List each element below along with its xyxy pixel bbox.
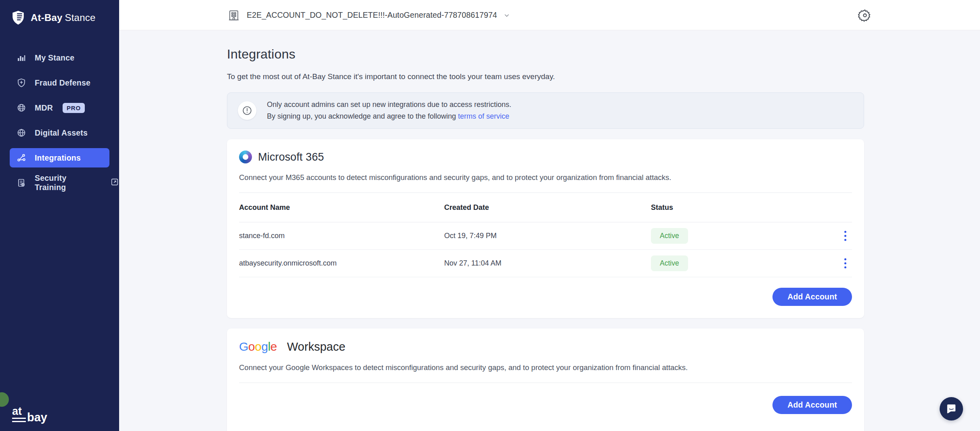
status-cell: Active [651, 255, 838, 271]
atbay-footer-logo: at bay [12, 406, 47, 422]
page-title: Integrations [227, 47, 864, 62]
google-logo-letter: G [239, 340, 248, 354]
google-logo-letter: e [271, 340, 277, 354]
col-header-account-name: Account Name [239, 203, 444, 212]
sidebar-item-label: Fraud Defense [35, 78, 90, 88]
footer-logo-at: at [12, 406, 26, 419]
table-row: stance-fd.comOct 19, 7:49 PMActive [239, 222, 852, 250]
sidebar-item-label: MDR [35, 103, 53, 113]
status-cell: Active [651, 228, 838, 244]
microsoft-card-title: Microsoft 365 [258, 151, 324, 163]
microsoft-365-card: Microsoft 365 Connect your M365 accounts… [227, 139, 864, 318]
info-icon [238, 101, 256, 120]
chat-launcher-button[interactable] [940, 397, 963, 421]
google-workspace-card: Google Workspace Connect your Google Wor… [227, 328, 864, 431]
top-header: E2E_ACCOUNT_DO_NOT_DELETE!!!-AutoGenerat… [119, 0, 980, 30]
divider [239, 383, 852, 383]
sidebar-item-label: Integrations [35, 153, 81, 163]
m365-add-account-button[interactable]: Add Account [772, 288, 852, 306]
banner-line2: By signing up, you acknowledge and agree… [267, 111, 511, 122]
sidebar-item-label: Security Training [35, 174, 97, 192]
sidebar-item-security-training[interactable]: Security Training [0, 170, 119, 195]
google-add-account-button[interactable]: Add Account [772, 396, 852, 414]
sidebar-item-label: Digital Assets [35, 128, 88, 138]
sidebar-item-mdr[interactable]: MDR PRO [0, 95, 119, 120]
sidebar: At-BayStance My Stance Fraud Defense [0, 0, 119, 431]
row-kebab-menu-icon[interactable] [838, 255, 852, 272]
chevron-down-icon [504, 12, 510, 19]
microsoft-365-logo-icon [239, 151, 252, 163]
col-header-status: Status [651, 203, 852, 212]
sidebar-item-my-stance[interactable]: My Stance [0, 45, 119, 70]
account-name-cell: stance-fd.com [239, 232, 444, 240]
chat-bubble-icon [945, 403, 957, 415]
brand-name-light: Stance [65, 12, 96, 23]
created-date-cell: Oct 19, 7:49 PM [444, 232, 651, 240]
table-row: atbaysecurity.onmicrosoft.comNov 27, 11:… [239, 250, 852, 277]
footer-logo-dash [12, 421, 26, 422]
sidebar-item-digital-assets[interactable]: Digital Assets [0, 120, 119, 145]
banner-line1: Only account admins can set up new integ… [267, 99, 511, 111]
globe-icon [16, 128, 27, 138]
account-name-label: E2E_ACCOUNT_DO_NOT_DELETE!!!-AutoGenerat… [247, 10, 497, 20]
page-subtitle: To get the most out of At-Bay Stance it'… [227, 72, 864, 81]
sidebar-nav: My Stance Fraud Defense MDR PRO [0, 45, 119, 195]
row-kebab-menu-icon[interactable] [838, 228, 852, 244]
external-link-icon [110, 178, 119, 188]
brand-name-bold: At-Bay [31, 12, 63, 23]
sidebar-item-integrations[interactable]: Integrations [10, 148, 109, 167]
shield-icon [16, 77, 27, 88]
google-card-description: Connect your Google Workspaces to detect… [239, 363, 852, 372]
integrations-icon [16, 153, 27, 163]
footer-logo-bay: bay [27, 412, 47, 423]
google-card-title: Workspace [287, 340, 346, 354]
settings-gear-icon[interactable] [858, 8, 872, 22]
training-icon [16, 178, 27, 188]
organization-building-icon [227, 9, 240, 22]
col-header-created-date: Created Date [444, 203, 651, 212]
brand-name: At-BayStance [31, 12, 95, 23]
microsoft-card-description: Connect your M365 accounts to detect mis… [239, 173, 852, 182]
info-banner: Only account admins can set up new integ… [227, 92, 864, 129]
account-name-cell: atbaysecurity.onmicrosoft.com [239, 259, 444, 268]
terms-of-service-link[interactable]: terms of service [458, 112, 509, 120]
bar-chart-icon [16, 52, 27, 63]
main-content: Integrations To get the most out of At-B… [119, 31, 980, 431]
brand-logo: At-BayStance [0, 0, 119, 36]
table-header-row: Account Name Created Date Status [239, 193, 852, 222]
atbay-shield-icon [11, 10, 25, 25]
m365-table-body: stance-fd.comOct 19, 7:49 PMActiveatbays… [239, 222, 852, 277]
pro-badge: PRO [63, 103, 85, 113]
status-badge: Active [651, 255, 688, 271]
shield-globe-icon [16, 103, 27, 113]
created-date-cell: Nov 27, 11:04 AM [444, 259, 651, 268]
status-badge: Active [651, 228, 688, 244]
google-logo-letter: g [261, 340, 268, 354]
banner-line2-prefix: By signing up, you acknowledge and agree… [267, 112, 458, 120]
google-logo-wordmark: Google [239, 340, 277, 354]
m365-accounts-table: Account Name Created Date Status stance-… [239, 193, 852, 277]
google-logo-letter: o [248, 340, 255, 354]
cookie-widget-dot[interactable] [0, 392, 9, 407]
google-logo-letter: o [255, 340, 261, 354]
sidebar-item-fraud-defense[interactable]: Fraud Defense [0, 70, 119, 95]
banner-text: Only account admins can set up new integ… [267, 99, 511, 122]
account-selector[interactable]: E2E_ACCOUNT_DO_NOT_DELETE!!!-AutoGenerat… [227, 0, 510, 30]
sidebar-item-label: My Stance [35, 53, 74, 63]
